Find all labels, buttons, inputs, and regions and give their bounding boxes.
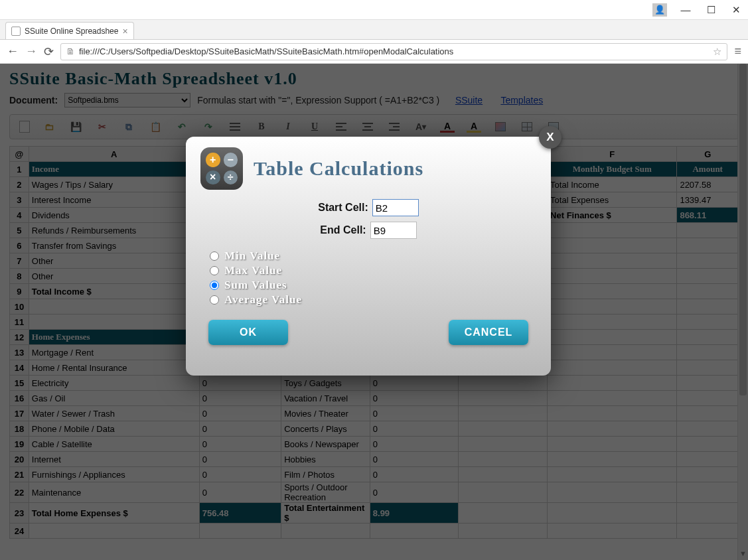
nav-reload-button[interactable]: ⟳ <box>44 44 54 59</box>
opt-max[interactable]: Max Value <box>210 264 551 277</box>
modal-title: Table Calculations <box>254 157 423 180</box>
browser-address-bar: ← → ⟳ 🗎 file:///C:/Users/Softpedia/Deskt… <box>0 40 748 64</box>
page-viewport: SSuite Basic-Math Spreadsheet v1.0 Docum… <box>0 64 748 560</box>
window-minimize-button[interactable]: — <box>679 4 692 15</box>
window-maximize-button[interactable]: ☐ <box>704 4 717 16</box>
nav-back-button[interactable]: ← <box>7 44 19 58</box>
user-icon[interactable]: 👤 <box>652 3 667 17</box>
calc-options: Min Value Max Value Sum Values Average V… <box>210 249 551 307</box>
opt-sum[interactable]: Sum Values <box>210 279 551 292</box>
cancel-button[interactable]: CANCEL <box>449 320 528 345</box>
window-close-button[interactable]: ✕ <box>729 4 743 16</box>
browser-tab-strip: SSuite Online Spreadshee × <box>0 20 748 40</box>
url-text: file:///C:/Users/Softpedia/Desktop/SSuit… <box>79 46 709 56</box>
end-cell-label: End Cell: <box>320 224 366 236</box>
browser-menu-button[interactable]: ≡ <box>734 44 741 58</box>
start-cell-label: Start Cell: <box>318 202 368 214</box>
url-page-icon: 🗎 <box>66 46 75 56</box>
window-titlebar: 👤 — ☐ ✕ <box>0 0 748 20</box>
start-cell-input[interactable] <box>372 199 419 216</box>
table-calculations-modal: X +−×÷ Table Calculations Start Cell: En… <box>186 137 551 376</box>
modal-close-button[interactable]: X <box>539 126 561 149</box>
opt-min[interactable]: Min Value <box>210 249 551 263</box>
nav-forward-button[interactable]: → <box>25 44 37 58</box>
address-input[interactable]: 🗎 file:///C:/Users/Softpedia/Desktop/SSu… <box>60 43 727 60</box>
browser-tab[interactable]: SSuite Online Spreadshee × <box>5 22 134 39</box>
calculator-icon: +−×÷ <box>200 147 243 190</box>
bookmark-star-icon[interactable]: ☆ <box>713 46 721 58</box>
tab-close-icon[interactable]: × <box>122 26 127 36</box>
tab-title: SSuite Online Spreadshee <box>25 27 118 36</box>
ok-button[interactable]: OK <box>208 320 288 345</box>
opt-avg[interactable]: Average Value <box>210 293 551 307</box>
page-icon <box>11 27 21 36</box>
end-cell-input[interactable] <box>370 222 417 239</box>
